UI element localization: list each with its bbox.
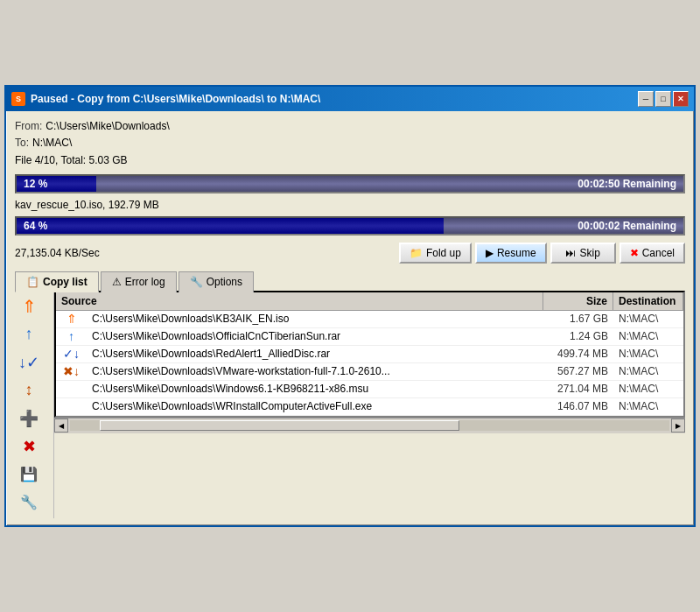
to-value: N:\MAC\ <box>32 135 72 151</box>
row-icon-0: ⇑ <box>56 312 87 326</box>
file-row: File 4/10, Total: 5.03 GB <box>15 152 685 169</box>
save-button[interactable]: 💾 <box>18 464 39 485</box>
list-body: ⇑ C:\Users\Mike\Downloads\KB3AIK_EN.iso … <box>56 311 683 416</box>
from-row: From: C:\Users\Mike\Downloads\ <box>15 118 685 135</box>
delete-item-button[interactable]: ✖ <box>18 436 39 457</box>
fold-up-label: Fold up <box>426 247 461 259</box>
row-icon-3: ✖↓ <box>56 364 87 378</box>
window-title: Paused - Copy from C:\Users\Mike\Downloa… <box>31 93 320 105</box>
row-size-3: 567.27 MB <box>543 363 613 379</box>
header-destination: Destination <box>613 292 683 310</box>
list-panel: Source Size Destination ⇑ C:\Users\Mike\… <box>54 291 685 418</box>
move-down-x-button[interactable]: ↕ <box>18 380 39 401</box>
from-label: From: <box>15 118 42 135</box>
scroll-track[interactable] <box>70 420 669 431</box>
move-up-top-button[interactable]: ⇑ <box>18 296 39 317</box>
row-source-0: C:\Users\Mike\Downloads\KB3AIK_EN.iso <box>87 311 543 327</box>
overall-progress-container: 12 % 00:02:50 Remaining <box>15 174 685 193</box>
row-source-5: C:\Users\Mike\Downloads\WRInstallCompute… <box>87 398 543 414</box>
horizontal-scrollbar[interactable]: ◀ ▶ <box>54 418 685 433</box>
overall-progress-bar: 12 % 00:02:50 Remaining <box>15 174 685 193</box>
app-icon: S <box>11 92 25 106</box>
row-dest-5: N:\MAC\ <box>613 398 683 414</box>
row-dest-3: N:\MAC\ <box>613 363 683 379</box>
title-controls: ─ □ ✕ <box>638 91 689 107</box>
table-row[interactable]: ✓↓ C:\Users\Mike\Downloads\RedAlert1_All… <box>56 346 683 363</box>
row-icon-2: ✓↓ <box>56 347 87 361</box>
move-up-button[interactable]: ↑ <box>18 324 39 345</box>
info-section: From: C:\Users\Mike\Downloads\ To: N:\MA… <box>15 118 685 169</box>
cancel-button[interactable]: ✖ Cancel <box>620 243 685 264</box>
buttons-row: 27,135.04 KB/Sec 📁 Fold up ▶ Resume ⏭ Sk… <box>15 243 685 264</box>
tab-error-log[interactable]: ⚠ Error log <box>101 271 177 292</box>
from-value: C:\Users\Mike\Downloads\ <box>46 118 169 135</box>
overall-progress-text: 12 % 00:02:50 Remaining <box>17 176 683 192</box>
cancel-icon: ✖ <box>630 247 639 259</box>
skip-label: Skip <box>579 247 599 259</box>
overall-percent: 12 % <box>24 178 47 190</box>
file-progress-bar: 64 % 00:00:02 Remaining <box>15 216 685 236</box>
scroll-left-button[interactable]: ◀ <box>54 419 68 433</box>
minimize-button[interactable]: ─ <box>638 91 654 107</box>
table-row[interactable]: ⇑ C:\Users\Mike\Downloads\KB3AIK_EN.iso … <box>56 311 683 328</box>
current-file-label: kav_rescue_10.iso, 192.79 MB <box>15 199 685 211</box>
scroll-thumb[interactable] <box>100 420 459 431</box>
row-dest-0: N:\MAC\ <box>613 311 683 327</box>
options-icon: 🔧 <box>190 276 203 288</box>
content-area: From: C:\Users\Mike\Downloads\ To: N:\MA… <box>6 111 694 525</box>
close-button[interactable]: ✕ <box>673 91 689 107</box>
row-dest-2: N:\MAC\ <box>613 346 683 362</box>
copy-list-label: Copy list <box>43 276 88 288</box>
title-bar-left: S Paused - Copy from C:\Users\Mike\Downl… <box>11 92 320 106</box>
tab-copy-list[interactable]: 📋 Copy list <box>15 271 99 292</box>
tool-button[interactable]: 🔧 <box>18 492 39 513</box>
speed-label: 27,135.04 KB/Sec <box>15 247 396 259</box>
list-area: Source Size Destination ⇑ C:\Users\Mike\… <box>54 291 685 518</box>
resume-icon: ▶ <box>486 247 494 259</box>
add-item-button[interactable]: ➕ <box>18 408 39 429</box>
resume-label: Resume <box>497 247 536 259</box>
file-percent: 64 % <box>24 220 47 232</box>
table-row[interactable]: ✖↓ C:\Users\Mike\Downloads\VMware-workst… <box>56 363 683 381</box>
file-progress-container: 64 % 00:00:02 Remaining <box>15 216 685 236</box>
row-dest-1: N:\MAC\ <box>613 328 683 344</box>
header-size: Size <box>543 292 613 310</box>
row-icon-1: ↑ <box>56 329 87 343</box>
scroll-right-button[interactable]: ▶ <box>671 419 685 433</box>
to-row: To: N:\MAC\ <box>15 135 685 151</box>
row-source-3: C:\Users\Mike\Downloads\VMware-workstati… <box>87 363 543 379</box>
file-info: File 4/10, Total: 5.03 GB <box>15 152 128 169</box>
skip-icon: ⏭ <box>565 247 576 259</box>
table-row[interactable]: C:\Users\Mike\Downloads\WRInstallCompute… <box>56 398 683 416</box>
sidebar: ⇑ ↑ ↓✓ ↕ ➕ ✖ 💾 🔧 <box>15 291 54 518</box>
tab-options[interactable]: 🔧 Options <box>178 271 254 292</box>
overall-remaining: 00:02:50 Remaining <box>578 178 676 190</box>
row-size-0: 1.67 GB <box>543 311 613 327</box>
row-size-5: 146.07 MB <box>543 398 613 414</box>
fold-up-icon: 📁 <box>410 247 423 259</box>
row-source-2: C:\Users\Mike\Downloads\RedAlert1_Allied… <box>87 346 543 362</box>
table-row[interactable]: ↑ C:\Users\Mike\Downloads\OfficialCnCTib… <box>56 328 683 346</box>
row-dest-4: N:\MAC\ <box>613 381 683 397</box>
tabs-container: 📋 Copy list ⚠ Error log 🔧 Options <box>15 271 685 292</box>
fold-up-button[interactable]: 📁 Fold up <box>399 243 472 264</box>
list-header: Source Size Destination <box>56 292 683 311</box>
cancel-label: Cancel <box>642 247 675 259</box>
title-bar: S Paused - Copy from C:\Users\Mike\Downl… <box>6 87 694 111</box>
row-size-4: 271.04 MB <box>543 381 613 397</box>
table-row[interactable]: C:\Users\Mike\Downloads\Windows6.1-KB968… <box>56 381 683 398</box>
row-source-1: C:\Users\Mike\Downloads\OfficialCnCTiber… <box>87 328 543 344</box>
resume-button[interactable]: ▶ Resume <box>475 243 547 264</box>
to-label: To: <box>15 135 29 151</box>
main-area: ⇑ ↑ ↓✓ ↕ ➕ ✖ 💾 🔧 Source Size Destination <box>15 291 685 518</box>
move-down-check-button[interactable]: ↓✓ <box>18 352 39 373</box>
row-size-1: 1.24 GB <box>543 328 613 344</box>
skip-button[interactable]: ⏭ Skip <box>550 243 616 264</box>
row-size-2: 499.74 MB <box>543 346 613 362</box>
main-window: S Paused - Copy from C:\Users\Mike\Downl… <box>4 85 696 527</box>
maximize-button[interactable]: □ <box>655 91 671 107</box>
file-remaining: 00:00:02 Remaining <box>578 220 676 232</box>
header-source: Source <box>56 292 543 310</box>
row-source-4: C:\Users\Mike\Downloads\Windows6.1-KB968… <box>87 381 543 397</box>
options-label: Options <box>206 276 242 288</box>
